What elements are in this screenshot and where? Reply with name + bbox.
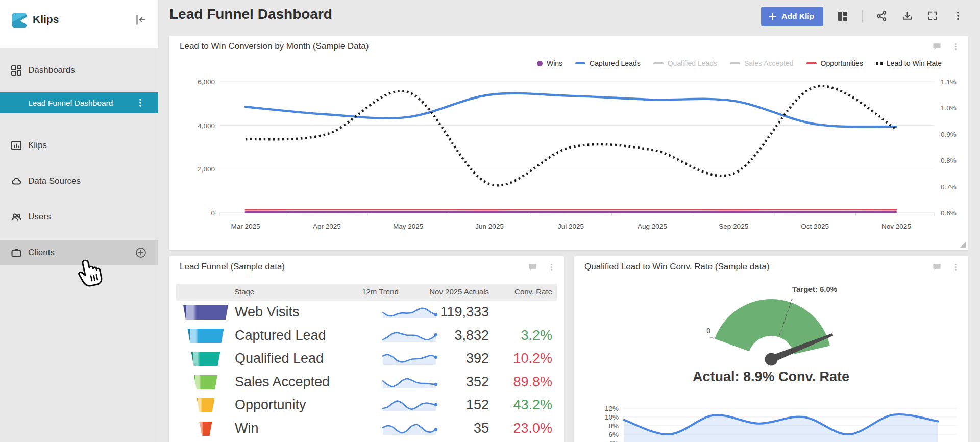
series-captured-leads [246, 93, 896, 127]
legend-item-opportunities[interactable]: Opportunities [806, 59, 863, 67]
gauge-actual-label: Actual: 8.9% Conv. Rate [574, 369, 968, 385]
conv-rate-value: 10.2% [496, 351, 552, 366]
legend-marker [876, 62, 883, 65]
actual-value: 352 [401, 374, 489, 390]
legend-marker [653, 62, 664, 64]
comment-icon[interactable] [528, 262, 537, 272]
funnel-segment-icon [182, 398, 229, 413]
svg-text:Aug 2025: Aug 2025 [638, 223, 667, 230]
more-options-icon[interactable] [952, 10, 965, 22]
legend-label: Sales Accepted [744, 59, 794, 67]
actual-value: 392 [401, 351, 489, 366]
cloud-icon [10, 175, 22, 187]
sidebar-item-klips[interactable]: Klips [0, 133, 158, 158]
kebab-menu-icon[interactable] [547, 263, 556, 272]
legend-item-captured-leads[interactable]: Captured Leads [575, 59, 641, 67]
actual-value: 119,333 [401, 304, 489, 320]
svg-text:2,000: 2,000 [198, 165, 215, 173]
sidebar-item-lead-funnel-dashboard[interactable]: Lead Funnel Dashboard [0, 92, 158, 113]
sidebar-item-label: Dashboards [28, 65, 75, 76]
stage-label: Opportunity [235, 397, 306, 413]
table-row-sales-accepted: Sales Accepted35289.8% [169, 371, 564, 394]
layout-grid-icon[interactable] [837, 10, 849, 22]
svg-text:Jul 2025: Jul 2025 [558, 223, 584, 230]
legend-item-qualified-leads[interactable]: Qualified Leads [653, 59, 717, 67]
users-icon [10, 211, 22, 223]
svg-text:6,000: 6,000 [198, 78, 215, 86]
cursor-hand [76, 256, 108, 295]
table-header-row: Stage12m TrendNov 2025 ActualsConv. Rate [176, 284, 557, 301]
line-chart: 6,0004,0002,00001.1%1.0%0.9%0.8%0.7%0.6%… [169, 71, 968, 245]
briefcase-icon [10, 247, 22, 259]
stage-label: Captured Lead [235, 328, 326, 343]
panel-actions [528, 262, 556, 272]
sidebar: Klips DashboardsLead Funnel DashboardKli… [0, 0, 158, 442]
svg-text:4,000: 4,000 [198, 122, 215, 130]
fullscreen-icon[interactable] [927, 10, 939, 22]
legend-item-lead-to-win-rate[interactable]: Lead to Win Rate [876, 59, 942, 67]
sidebar-item-label: Clients [28, 248, 55, 258]
funnel-segment-icon [182, 375, 229, 390]
sidebar-item-dashboards[interactable]: Dashboards [0, 58, 158, 83]
svg-text:Oct 2025: Oct 2025 [801, 223, 829, 230]
legend-marker [806, 62, 817, 64]
gauge-chart [574, 281, 968, 369]
comment-icon[interactable] [932, 262, 942, 272]
svg-text:1.1%: 1.1% [941, 78, 957, 86]
column-header-stage: Stage [234, 287, 254, 296]
share-icon[interactable] [876, 10, 888, 22]
funnel-segment-icon [182, 421, 229, 436]
add-klip-label: Add Klip [781, 12, 814, 21]
kebab-menu-icon[interactable] [135, 97, 147, 109]
add-client-icon[interactable] [135, 247, 147, 259]
sidebar-item-users[interactable]: Users [0, 204, 158, 230]
plus-icon [768, 12, 777, 21]
stage-label: Win [235, 421, 259, 436]
svg-text:0.7%: 0.7% [941, 183, 957, 191]
svg-text:8%: 8% [608, 422, 619, 430]
sidebar-item-label: Klips [28, 140, 47, 151]
legend-item-wins[interactable]: Wins [537, 59, 562, 67]
conv-rate-value: 89.8% [496, 374, 552, 390]
actual-value: 35 [401, 421, 489, 436]
column-header-conv-rate: Conv. Rate [498, 287, 552, 296]
column-header-12m-trend: 12m Trend [345, 287, 416, 296]
panel-title: Lead to Win Conversion by Month (Sample … [180, 41, 369, 52]
conv-rate-value: 3.2% [496, 328, 552, 343]
legend-item-sales-accepted[interactable]: Sales Accepted [730, 59, 794, 67]
logo-row: Klips [0, 9, 158, 36]
panel-lead-to-win-chart: Lead to Win Conversion by Month (Sample … [169, 36, 968, 250]
conv-rate-value: 23.0% [496, 421, 552, 436]
svg-text:12%: 12% [605, 405, 619, 412]
funnel-segment-icon [182, 351, 229, 366]
funnel-segment-icon [182, 328, 229, 343]
add-klip-button[interactable]: Add Klip [761, 7, 823, 26]
sidebar-item-label: Lead Funnel Dashboard [28, 99, 113, 108]
table-row-win: Win3523.0% [169, 417, 564, 440]
panel-title: Qualified Lead to Win Conv. Rate (Sample… [584, 262, 770, 272]
collapse-sidebar-icon[interactable] [134, 13, 147, 27]
kebab-menu-icon[interactable] [951, 42, 960, 51]
kebab-menu-icon[interactable] [951, 263, 960, 272]
resize-handle[interactable] [960, 241, 966, 248]
legend-label: Wins [547, 59, 562, 67]
svg-text:May 2025: May 2025 [393, 223, 423, 230]
svg-text:1.0%: 1.0% [941, 104, 957, 112]
actual-value: 152 [401, 397, 489, 413]
sidebar-item-data-sources[interactable]: Data Sources [0, 168, 158, 194]
header-actions: Add Klip [761, 0, 965, 33]
klips-icon [10, 139, 22, 152]
svg-text:Nov 2025: Nov 2025 [881, 223, 911, 230]
download-icon[interactable] [901, 10, 914, 22]
klips-logo-icon [11, 12, 28, 29]
comment-icon[interactable] [932, 42, 942, 52]
legend-marker [730, 62, 740, 64]
series-lead-to-win-rate [246, 86, 896, 186]
funnel-segment-icon [182, 305, 229, 320]
dashboards-icon [10, 64, 22, 77]
svg-text:Sep 2025: Sep 2025 [719, 223, 748, 230]
svg-text:Jun 2025: Jun 2025 [475, 223, 504, 230]
svg-text:6%: 6% [608, 431, 619, 438]
chart-legend: WinsCaptured LeadsQualified LeadsSales A… [537, 59, 942, 67]
header-divider [862, 10, 863, 23]
